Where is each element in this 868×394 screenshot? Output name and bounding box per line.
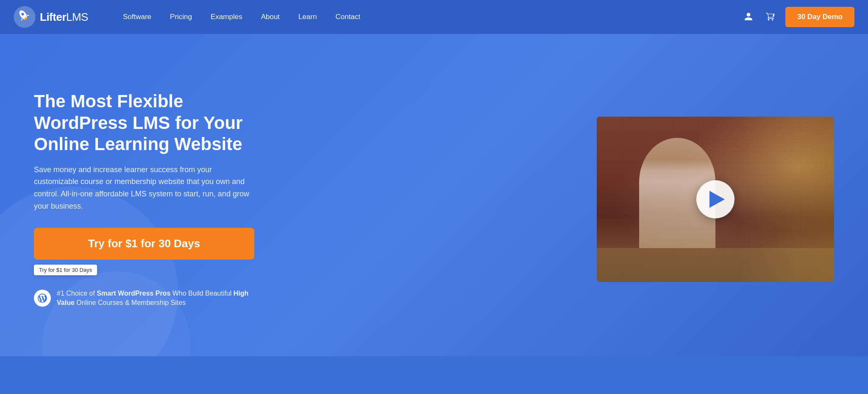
hero-tagline-container: #1 Choice of Smart WordPress Pros Who Bu… (34, 289, 254, 308)
nav-pricing[interactable]: Pricing (161, 0, 201, 34)
logo-text: LifterLMS (40, 11, 88, 24)
wordpress-icon (37, 293, 48, 304)
nav-links: Software Pricing Examples About Learn Co… (114, 0, 741, 34)
user-icon[interactable] (741, 9, 756, 25)
nav-icons (741, 9, 778, 25)
play-button[interactable] (696, 180, 734, 218)
hero-tagline: #1 Choice of Smart WordPress Pros Who Bu… (57, 289, 254, 308)
cart-icon[interactable] (763, 9, 778, 25)
navbar: LifterLMS Software Pricing Examples Abou… (0, 0, 868, 34)
nav-software[interactable]: Software (114, 0, 161, 34)
cta-tooltip: Try for $1 for 30 Days (34, 265, 97, 275)
hero-subtitle: Save money and increase learner success … (34, 164, 254, 212)
nav-contact[interactable]: Contact (326, 0, 370, 34)
hero-title: The Most Flexible WordPress LMS for Your… (34, 91, 254, 155)
wordpress-logo (34, 290, 51, 307)
hero-content: The Most Flexible WordPress LMS for Your… (34, 91, 254, 307)
demo-button[interactable]: 30 Day Demo (785, 7, 854, 27)
cta-button[interactable]: Try for $1 for 30 Days (34, 228, 254, 260)
hero-video-panel (597, 117, 834, 282)
nav-learn[interactable]: Learn (289, 0, 326, 34)
video-background (597, 117, 834, 282)
logo-icon (14, 6, 36, 28)
play-triangle-icon (709, 191, 725, 208)
hero-section: The Most Flexible WordPress LMS for Your… (0, 34, 868, 356)
logo-link[interactable]: LifterLMS (14, 6, 88, 28)
desk-element (597, 248, 834, 282)
video-thumbnail[interactable] (597, 117, 834, 282)
nav-examples[interactable]: Examples (201, 0, 252, 34)
nav-about[interactable]: About (252, 0, 289, 34)
